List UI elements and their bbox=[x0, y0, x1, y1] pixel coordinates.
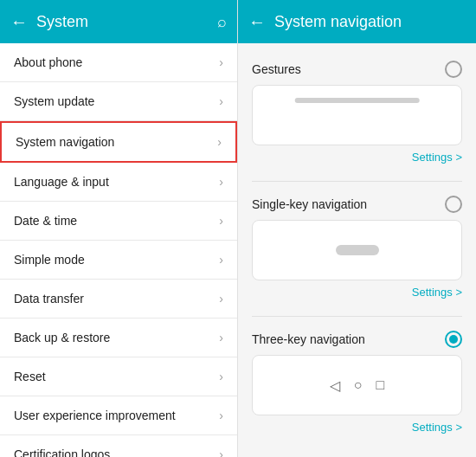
left-header: ← System ⌕ bbox=[0, 0, 237, 43]
back-icon-left[interactable]: ← bbox=[10, 12, 28, 32]
settings-link-gestures[interactable]: Settings > bbox=[252, 149, 462, 171]
menu-item-label: System navigation bbox=[16, 135, 114, 149]
chevron-icon: › bbox=[219, 55, 223, 69]
nav-divider bbox=[252, 316, 462, 317]
single-key-pill bbox=[336, 245, 379, 255]
home-nav-icon: ○ bbox=[354, 377, 363, 393]
search-icon[interactable]: ⌕ bbox=[217, 13, 227, 31]
menu-item-certification-logos[interactable]: Certification logos › bbox=[0, 435, 237, 457]
chevron-icon: › bbox=[219, 331, 223, 344]
nav-option-header: Three-key navigation bbox=[252, 331, 462, 348]
three-key-preview: ◁ ○ □ bbox=[252, 355, 462, 415]
radio-button-single-key[interactable] bbox=[445, 196, 462, 213]
menu-item-system-navigation[interactable]: System navigation › bbox=[0, 121, 237, 163]
back-icon-right[interactable]: ← bbox=[248, 12, 266, 32]
right-panel: ← System navigation Gestures Settings > … bbox=[238, 0, 476, 457]
right-header: ← System navigation bbox=[238, 0, 476, 43]
nav-option-single-key[interactable]: Single-key navigation Settings > bbox=[238, 185, 476, 312]
chevron-icon: › bbox=[219, 370, 223, 383]
menu-item-label: Certification logos bbox=[14, 447, 110, 457]
back-nav-icon: ◁ bbox=[330, 377, 340, 394]
gesture-preview bbox=[252, 85, 462, 145]
chevron-icon: › bbox=[219, 175, 223, 189]
menu-item-label: User experience improvement bbox=[14, 409, 176, 422]
menu-item-label: Language & input bbox=[14, 175, 109, 189]
menu-item-system-update[interactable]: System update › bbox=[0, 82, 237, 121]
left-panel: ← System ⌕ About phone › System update ›… bbox=[0, 0, 238, 457]
menu-list: About phone › System update › System nav… bbox=[0, 43, 237, 457]
menu-item-language-input[interactable]: Language & input › bbox=[0, 163, 237, 202]
menu-item-user-experience[interactable]: User experience improvement › bbox=[0, 396, 237, 435]
nav-option-gestures[interactable]: Gestures Settings > bbox=[238, 50, 476, 177]
settings-link-single-key[interactable]: Settings > bbox=[252, 284, 462, 306]
chevron-icon: › bbox=[219, 292, 223, 306]
nav-option-three-key[interactable]: Three-key navigation ◁ ○ □ Settings > bbox=[238, 320, 476, 447]
single-key-preview bbox=[252, 220, 462, 280]
menu-item-about-phone[interactable]: About phone › bbox=[0, 43, 237, 82]
left-panel-title: System bbox=[36, 13, 217, 31]
nav-content: Gestures Settings > Single-key navigatio… bbox=[238, 43, 476, 457]
menu-item-label: About phone bbox=[14, 55, 82, 69]
nav-option-header: Single-key navigation bbox=[252, 196, 462, 213]
menu-item-reset[interactable]: Reset › bbox=[0, 357, 237, 396]
recent-nav-icon: □ bbox=[376, 377, 385, 393]
settings-link-three-key[interactable]: Settings > bbox=[252, 419, 462, 441]
menu-item-date-time[interactable]: Date & time › bbox=[0, 202, 237, 241]
menu-item-backup-restore[interactable]: Back up & restore › bbox=[0, 319, 237, 357]
chevron-icon: › bbox=[219, 409, 223, 422]
nav-option-label: Single-key navigation bbox=[252, 197, 367, 211]
radio-button-gestures[interactable] bbox=[445, 61, 462, 78]
menu-item-label: Simple mode bbox=[14, 253, 85, 267]
nav-divider bbox=[252, 181, 462, 182]
menu-item-label: Data transfer bbox=[14, 292, 84, 306]
menu-item-label: Date & time bbox=[14, 214, 77, 228]
chevron-icon: › bbox=[217, 135, 222, 149]
menu-item-label: System update bbox=[14, 94, 94, 108]
chevron-icon: › bbox=[219, 253, 223, 267]
chevron-icon: › bbox=[219, 94, 223, 108]
menu-item-label: Reset bbox=[14, 370, 46, 383]
right-panel-title: System navigation bbox=[274, 13, 466, 31]
menu-item-simple-mode[interactable]: Simple mode › bbox=[0, 241, 237, 280]
nav-option-label: Gestures bbox=[252, 62, 301, 76]
chevron-icon: › bbox=[219, 447, 223, 457]
chevron-icon: › bbox=[219, 214, 223, 228]
radio-button-three-key[interactable] bbox=[445, 331, 462, 348]
gesture-bar bbox=[294, 98, 420, 103]
nav-option-header: Gestures bbox=[252, 61, 462, 78]
menu-item-label: Back up & restore bbox=[14, 331, 110, 344]
menu-item-data-transfer[interactable]: Data transfer › bbox=[0, 280, 237, 319]
nav-option-label: Three-key navigation bbox=[252, 332, 365, 346]
